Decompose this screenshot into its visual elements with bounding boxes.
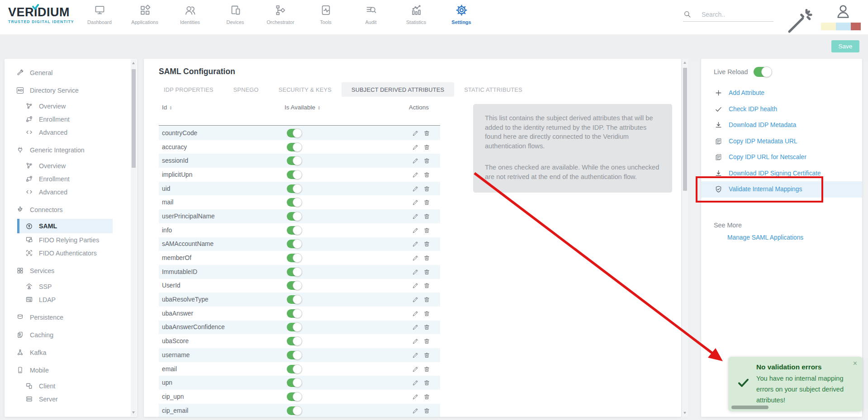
edit-icon[interactable]	[412, 255, 419, 261]
is-available-toggle[interactable]	[287, 351, 301, 359]
tab[interactable]: SECURITY & KEYS	[269, 82, 342, 97]
delete-icon[interactable]	[423, 338, 430, 344]
edit-icon[interactable]	[412, 310, 419, 317]
sidebar-item[interactable]: Overview	[5, 159, 137, 172]
sidebar-item[interactable]: Enrollment	[5, 172, 137, 185]
is-available-toggle[interactable]	[287, 226, 301, 235]
is-available-toggle[interactable]	[287, 156, 301, 165]
panel-action[interactable]: Download IDP Signing Certificate	[701, 165, 862, 182]
delete-icon[interactable]	[423, 130, 430, 137]
delete-icon[interactable]	[423, 213, 430, 220]
close-icon[interactable]	[853, 359, 857, 368]
sidebar-item[interactable]: Advanced	[5, 185, 137, 198]
edit-icon[interactable]	[412, 130, 419, 137]
delete-icon[interactable]	[423, 269, 430, 275]
delete-icon[interactable]	[423, 393, 430, 400]
sidebar-item[interactable]: FIDO Relying Parties	[5, 233, 137, 246]
delete-icon[interactable]	[423, 407, 430, 414]
delete-icon[interactable]	[423, 157, 430, 164]
is-available-toggle[interactable]	[287, 143, 301, 151]
delete-icon[interactable]	[423, 366, 430, 373]
sidebar-item[interactable]: Persistence	[5, 311, 137, 324]
edit-icon[interactable]	[412, 241, 419, 247]
panel-action[interactable]: Download IDP Metadata	[701, 117, 862, 133]
nav-item[interactable]: Statistics	[394, 4, 439, 25]
live-reload-toggle[interactable]	[754, 67, 772, 77]
is-available-toggle[interactable]	[287, 365, 301, 373]
panel-action[interactable]: Add Attribute	[701, 85, 862, 101]
edit-icon[interactable]	[412, 227, 419, 234]
edit-icon[interactable]	[412, 213, 419, 220]
sidebar-item[interactable]: Services	[5, 264, 137, 277]
is-available-toggle[interactable]	[287, 254, 301, 262]
is-available-toggle[interactable]	[287, 240, 301, 248]
delete-icon[interactable]	[423, 352, 430, 359]
edit-icon[interactable]	[412, 282, 419, 289]
panel-action[interactable]: Check IDP health	[701, 101, 862, 118]
sidebar-item[interactable]: Enrollment	[5, 113, 137, 126]
user-avatar-icon[interactable]	[835, 3, 852, 20]
nav-item[interactable]: Settings	[439, 4, 484, 25]
nav-item[interactable]: Applications	[122, 4, 167, 25]
panel-action[interactable]: Validate Internal Mappings	[701, 181, 862, 198]
delete-icon[interactable]	[423, 282, 430, 289]
delete-icon[interactable]	[423, 255, 430, 261]
sidebar-item[interactable]: Advanced	[5, 126, 137, 139]
delete-icon[interactable]	[423, 171, 430, 178]
edit-icon[interactable]	[412, 185, 419, 192]
is-available-toggle[interactable]	[287, 170, 301, 179]
tab[interactable]: IDP PROPERTIES	[154, 82, 223, 97]
nav-item[interactable]: Dashboard	[77, 4, 122, 25]
sidebar-item[interactable]: Caching	[5, 328, 137, 341]
nav-item[interactable]: Identities	[167, 4, 213, 25]
scroll-up-icon[interactable]	[683, 61, 686, 64]
nav-item[interactable]: Tools	[303, 4, 348, 25]
scroll-down-icon[interactable]	[132, 411, 135, 414]
delete-icon[interactable]	[423, 199, 430, 206]
delete-icon[interactable]	[423, 185, 430, 192]
scroll-down-icon[interactable]	[683, 412, 686, 414]
tab[interactable]: STATIC ATTRIBUTES	[454, 82, 532, 97]
save-button[interactable]: Save	[831, 40, 859, 52]
is-available-toggle[interactable]	[287, 309, 301, 318]
scrollbar-thumb[interactable]	[132, 69, 136, 168]
is-available-toggle[interactable]	[287, 337, 301, 345]
sidebar-item[interactable]: LDAP	[5, 293, 137, 306]
sidebar-item[interactable]: Mobile	[5, 363, 137, 377]
delete-icon[interactable]	[423, 324, 430, 330]
edit-icon[interactable]	[412, 269, 419, 275]
edit-icon[interactable]	[412, 338, 419, 344]
nav-item[interactable]: Orchestrator	[258, 4, 303, 25]
edit-icon[interactable]	[412, 352, 419, 359]
is-available-toggle[interactable]	[287, 323, 301, 331]
tab[interactable]: SUBJECT DERIVED ATTRIBUTES	[342, 82, 454, 97]
delete-icon[interactable]	[423, 227, 430, 234]
edit-icon[interactable]	[412, 379, 419, 386]
sidebar-item[interactable]: Kafka	[5, 346, 137, 359]
nav-item[interactable]: Audit	[348, 4, 394, 25]
delete-icon[interactable]	[423, 241, 430, 247]
is-available-toggle[interactable]	[287, 295, 301, 304]
is-available-toggle[interactable]	[287, 392, 301, 401]
edit-icon[interactable]	[412, 171, 419, 178]
is-available-toggle[interactable]	[287, 129, 301, 137]
veridium-logo[interactable]: VERIDIUM TRUSTED DIGITAL IDENTITY	[8, 6, 74, 24]
delete-icon[interactable]	[423, 144, 430, 151]
panel-action[interactable]: Copy IDP URL for Netscaler	[701, 149, 862, 165]
is-available-toggle[interactable]	[287, 268, 301, 276]
scroll-up-icon[interactable]	[132, 62, 135, 64]
sidebar-item[interactable]: AD Directory Service	[5, 84, 137, 97]
sidebar-item[interactable]: SSP	[5, 280, 137, 293]
nav-item[interactable]: Devices	[213, 4, 258, 25]
is-available-toggle[interactable]	[287, 378, 301, 387]
edit-icon[interactable]	[412, 366, 419, 373]
edit-icon[interactable]	[412, 157, 419, 164]
is-available-toggle[interactable]	[287, 198, 301, 207]
sidebar-item[interactable]: Server	[5, 392, 137, 406]
is-available-toggle[interactable]	[287, 212, 301, 221]
delete-icon[interactable]	[423, 296, 430, 303]
content-scrollbar[interactable]	[682, 59, 688, 417]
delete-icon[interactable]	[423, 310, 430, 317]
tab[interactable]: SPNEGO	[223, 82, 269, 97]
is-available-toggle[interactable]	[287, 406, 301, 415]
